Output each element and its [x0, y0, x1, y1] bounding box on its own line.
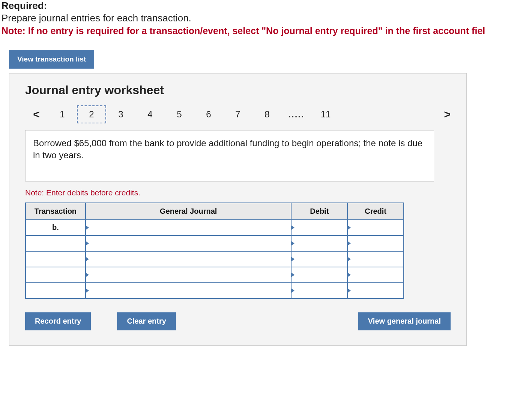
pager-ellipsis: .....: [282, 109, 311, 120]
transaction-description: Borrowed $65,000 from the bank to provid…: [25, 130, 434, 182]
cell-general-journal[interactable]: [86, 283, 292, 298]
pager-item-7[interactable]: 7: [223, 105, 252, 123]
cell-transaction: [26, 283, 86, 298]
table-row: [26, 283, 404, 298]
cell-debit[interactable]: [291, 251, 347, 267]
cell-credit[interactable]: [347, 220, 404, 236]
col-header-credit: Credit: [347, 203, 404, 220]
cell-transaction: [26, 251, 86, 267]
pager-item-4[interactable]: 4: [135, 105, 165, 123]
table-row: [26, 267, 404, 283]
debits-before-credits-note: Note: Enter debits before credits.: [25, 188, 451, 197]
cell-general-journal[interactable]: [86, 251, 292, 267]
pager-item-11[interactable]: 11: [311, 105, 340, 123]
cell-general-journal[interactable]: [86, 267, 292, 283]
cell-debit[interactable]: [291, 267, 347, 283]
pager-item-2[interactable]: 2: [77, 105, 106, 123]
record-entry-button[interactable]: Record entry: [25, 312, 91, 330]
cell-transaction: [26, 236, 86, 251]
required-body: Prepare journal entries for each transac…: [2, 12, 530, 24]
cell-debit[interactable]: [291, 283, 347, 298]
col-header-transaction: Transaction: [26, 203, 86, 220]
pager-item-1[interactable]: 1: [48, 105, 77, 123]
worksheet-title: Journal entry worksheet: [25, 83, 451, 97]
view-transaction-list-button[interactable]: View transaction list: [9, 50, 94, 69]
journal-entry-table: Transaction General Journal Debit Credit…: [25, 202, 404, 299]
required-note: Note: If no entry is required for a tran…: [2, 26, 530, 36]
pager-item-8[interactable]: 8: [252, 105, 282, 123]
pager-item-3[interactable]: 3: [106, 105, 135, 123]
clear-entry-button[interactable]: Clear entry: [117, 312, 176, 330]
cell-credit[interactable]: [347, 251, 404, 267]
cell-credit[interactable]: [347, 283, 404, 298]
cell-general-journal[interactable]: [86, 220, 292, 236]
table-row: [26, 251, 404, 267]
pager-prev-icon[interactable]: <: [25, 108, 48, 121]
worksheet-panel: Journal entry worksheet < 1 2 3 4 5 6 7 …: [9, 73, 467, 346]
pager-item-6[interactable]: 6: [194, 105, 223, 123]
cell-debit[interactable]: [291, 236, 347, 251]
cell-transaction: [26, 267, 86, 283]
cell-credit[interactable]: [347, 267, 404, 283]
table-row: b.: [26, 220, 404, 236]
cell-debit[interactable]: [291, 220, 347, 236]
cell-transaction: b.: [26, 220, 86, 236]
col-header-general-journal: General Journal: [86, 203, 292, 220]
required-heading: Required:: [2, 0, 530, 12]
table-row: [26, 236, 404, 251]
pager-item-5[interactable]: 5: [165, 105, 194, 123]
col-header-debit: Debit: [291, 203, 347, 220]
pager-next-icon[interactable]: >: [428, 108, 451, 121]
view-general-journal-button[interactable]: View general journal: [358, 312, 451, 330]
cell-credit[interactable]: [347, 236, 404, 251]
pager: < 1 2 3 4 5 6 7 8 ..... 11 >: [25, 105, 451, 123]
cell-general-journal[interactable]: [86, 236, 292, 251]
